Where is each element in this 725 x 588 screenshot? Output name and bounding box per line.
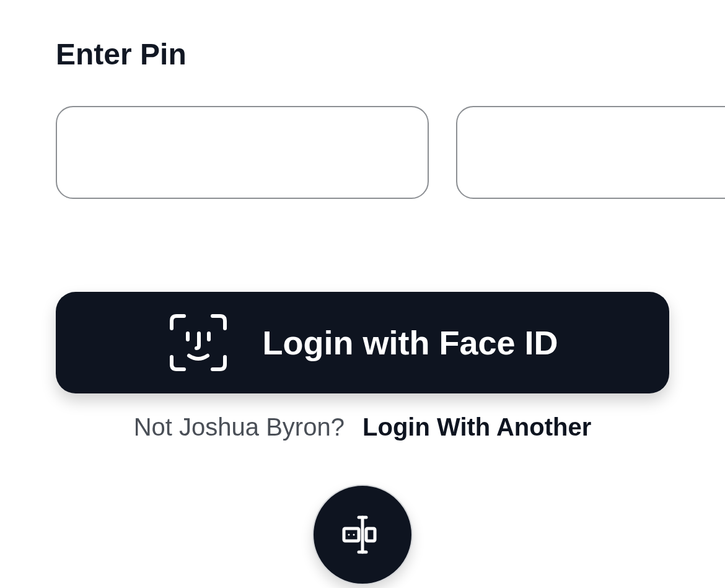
svg-rect-2 xyxy=(344,529,359,541)
text-input-form-button[interactable] xyxy=(312,485,413,585)
svg-point-4 xyxy=(353,534,355,536)
svg-point-3 xyxy=(348,534,350,536)
switch-user-row: Not Joshua Byron? Login With Another xyxy=(56,413,669,441)
not-user-text: Not Joshua Byron? xyxy=(134,413,345,441)
login-another-link[interactable]: Login With Another xyxy=(362,413,591,441)
login-face-id-label: Login with Face ID xyxy=(262,323,558,362)
face-id-icon xyxy=(167,311,230,374)
form-textbox-icon xyxy=(340,512,385,557)
pin-input-row xyxy=(56,106,669,199)
pin-digit-1[interactable] xyxy=(56,106,429,199)
login-face-id-button[interactable]: Login with Face ID xyxy=(56,292,669,393)
pin-digit-2[interactable] xyxy=(456,106,725,199)
page-title: Enter Pin xyxy=(56,37,669,71)
svg-rect-5 xyxy=(366,529,375,541)
